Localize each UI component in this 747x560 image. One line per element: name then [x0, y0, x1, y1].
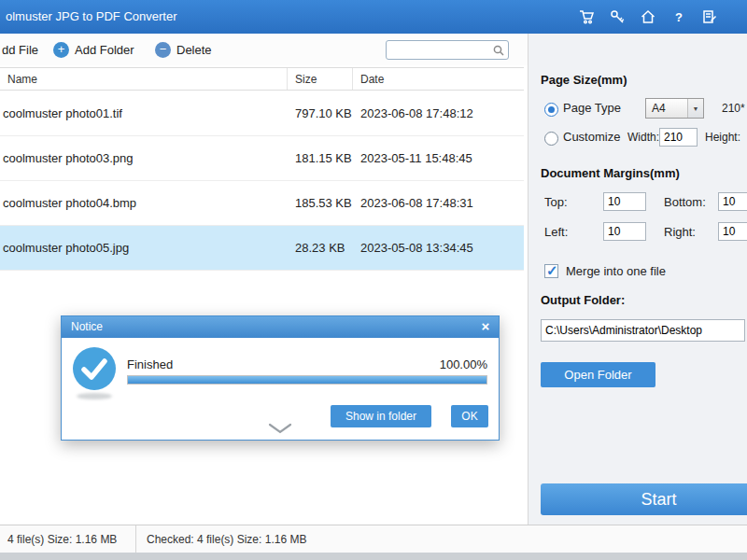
- file-size: 797.10 KB: [288, 106, 353, 120]
- file-count-status: 4 file(s) Size: 1.16 MB: [7, 533, 117, 546]
- titlebar-icons: ?: [577, 7, 719, 26]
- bottom-margin-label: Bottom:: [664, 195, 706, 209]
- icon-shadow: [77, 393, 112, 399]
- file-size: 28.23 KB: [288, 241, 353, 255]
- file-size: 181.15 KB: [288, 151, 353, 165]
- settings-panel: Page Size(mm) Page Type A4 210* Customiz…: [528, 34, 747, 525]
- titlebar: olmuster JPG to PDF Converter: [0, 0, 747, 34]
- column-header-name[interactable]: Name: [0, 68, 288, 90]
- help-icon[interactable]: ?: [669, 7, 688, 26]
- left-margin-input[interactable]: [603, 222, 646, 241]
- file-date: 2023-06-08 17:48:31: [353, 196, 524, 210]
- statusbar: 4 file(s) Size: 1.16 MB Checked: 4 file(…: [0, 525, 747, 553]
- delete-button[interactable]: − Delete: [155, 34, 212, 65]
- ok-button[interactable]: OK: [451, 405, 488, 427]
- add-folder-icon: +: [53, 42, 69, 58]
- success-check-icon: [73, 347, 116, 390]
- chevron-down-icon: [687, 99, 703, 118]
- page-type-label: Page Type: [563, 101, 621, 115]
- feedback-icon[interactable]: [700, 7, 719, 26]
- page-type-dropdown[interactable]: A4: [645, 98, 704, 119]
- page-size-heading: Page Size(mm): [541, 73, 627, 87]
- table-header: Name Size Date: [0, 67, 524, 91]
- progress-fill: [128, 376, 486, 384]
- delete-label: Delete: [176, 43, 212, 57]
- width-input[interactable]: [659, 128, 698, 147]
- table-row[interactable]: coolmuster photo05.jpg 28.23 KB 2023-05-…: [0, 226, 524, 271]
- add-file-label: dd File: [2, 43, 38, 57]
- open-folder-button[interactable]: Open Folder: [541, 362, 655, 387]
- width-label: Width:: [627, 131, 659, 144]
- customize-radio[interactable]: [544, 132, 558, 146]
- search-input[interactable]: [387, 43, 489, 57]
- page-type-value: A4: [646, 102, 687, 115]
- notice-titlebar: Notice ×: [62, 316, 499, 338]
- window-title: olmuster JPG to PDF Converter: [6, 9, 177, 23]
- merge-checkbox[interactable]: [544, 264, 558, 278]
- top-margin-label: Top:: [544, 195, 568, 209]
- output-folder-input[interactable]: [541, 319, 745, 342]
- start-button[interactable]: Start: [541, 483, 747, 515]
- right-margin-input[interactable]: [718, 222, 747, 241]
- file-size: 185.53 KB: [288, 196, 353, 210]
- file-name: coolmuster photo03.png: [0, 151, 288, 165]
- file-name: coolmuster photo05.jpg: [0, 241, 288, 255]
- table-row[interactable]: coolmuster photo01.tif 797.10 KB 2023-06…: [0, 91, 524, 136]
- add-folder-label: Add Folder: [75, 43, 134, 57]
- cart-icon[interactable]: [577, 7, 596, 26]
- finished-status: Finished: [127, 357, 173, 371]
- search-box: [386, 40, 509, 60]
- search-icon[interactable]: [489, 44, 508, 57]
- key-icon[interactable]: [608, 7, 627, 26]
- height-label: Height:: [705, 131, 740, 144]
- home-icon[interactable]: [639, 7, 657, 26]
- right-margin-label: Right:: [664, 225, 696, 239]
- checked-count-status: Checked: 4 file(s) Size: 1.16 MB: [147, 533, 306, 546]
- column-header-date[interactable]: Date: [353, 68, 524, 90]
- close-icon[interactable]: ×: [477, 318, 494, 335]
- statusbar-divider: [135, 525, 136, 553]
- bottom-margin-input[interactable]: [718, 192, 747, 211]
- expand-chevron-icon[interactable]: [268, 421, 292, 438]
- progress-percent: 100.00%: [440, 357, 487, 371]
- add-file-button[interactable]: dd File: [2, 34, 38, 65]
- customize-label: Customize: [563, 130, 620, 144]
- page-type-radio[interactable]: [544, 103, 558, 117]
- page-type-dimensions: 210*: [722, 102, 745, 115]
- progress-bar: [127, 375, 487, 385]
- table-body: coolmuster photo01.tif 797.10 KB 2023-06…: [0, 91, 524, 271]
- screen: olmuster JPG to PDF Converter: [0, 0, 747, 560]
- app-window: olmuster JPG to PDF Converter: [0, 0, 747, 553]
- delete-icon: −: [155, 42, 171, 58]
- column-header-size[interactable]: Size: [288, 68, 353, 90]
- notice-title: Notice: [71, 320, 103, 333]
- notice-dialog: Notice × Finished 100.00% Show in folder…: [61, 315, 500, 441]
- table-row[interactable]: coolmuster photo03.png 181.15 KB 2023-05…: [0, 136, 524, 181]
- margins-heading: Document Margins(mm): [541, 166, 680, 180]
- table-row[interactable]: coolmuster photo04.bmp 185.53 KB 2023-06…: [0, 181, 524, 226]
- merge-label: Merge into one file: [566, 264, 666, 278]
- top-margin-input[interactable]: [603, 192, 646, 211]
- file-name: coolmuster photo01.tif: [0, 106, 288, 120]
- file-date: 2023-05-08 13:34:45: [353, 241, 524, 255]
- output-folder-heading: Output Folder:: [541, 293, 625, 307]
- file-date: 2023-05-11 15:48:45: [353, 151, 524, 165]
- file-name: coolmuster photo04.bmp: [0, 196, 288, 210]
- add-folder-button[interactable]: + Add Folder: [53, 34, 134, 65]
- left-margin-label: Left:: [544, 225, 568, 239]
- file-date: 2023-06-08 17:48:12: [353, 106, 524, 120]
- show-in-folder-button[interactable]: Show in folder: [331, 405, 431, 427]
